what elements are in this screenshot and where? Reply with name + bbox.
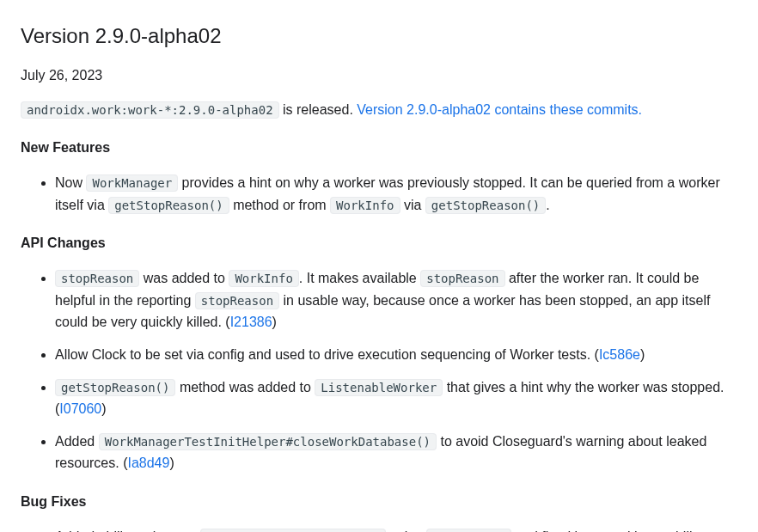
commit-link[interactable]: I07060 [59,401,101,416]
api-changes-list: stopReason was added to WorkInfo. It mak… [21,267,737,474]
list-item: Now WorkManager provides a hint on why a… [55,172,737,216]
text: . It makes available [299,271,420,285]
commit-link[interactable]: I21386 [230,315,272,329]
code-inline: TestDriver [426,529,510,532]
bug-fixes-heading: Bug Fixes [21,492,737,512]
code-inline: WorkInfo [229,270,298,287]
commit-link[interactable]: Ia8d49 [127,456,169,470]
list-item: Allow Clock to be set via config and use… [55,344,737,366]
code-inline: getStopReason() [425,197,546,214]
code-inline: WorkManager [86,174,178,192]
api-changes-heading: API Changes [21,233,737,254]
code-inline: stopReason [420,270,504,287]
text: Allow Clock to be set via config and use… [55,347,599,362]
list-item: getStopReason() method was added to List… [55,376,737,420]
list-item: stopReason was added to WorkInfo. It mak… [55,267,737,333]
text: . [546,198,549,212]
code-inline: getStopReason() [55,379,175,396]
released-text: is released. [279,102,358,117]
new-features-heading: New Features [21,138,737,158]
commits-link[interactable]: Version 2.9.0-alpha02 contains these com… [357,102,642,117]
text: Now [55,175,86,190]
new-features-list: Now WorkManager provides a hint on why a… [21,172,737,216]
version-heading: Version 2.9.0-alpha02 [21,21,737,52]
text: via [400,198,425,212]
code-inline: getStopReason() [108,197,229,214]
code-inline: stopReason [195,292,279,309]
text: method or from [229,198,330,212]
list-item: Added ability to bypass overrideNextSche… [55,526,737,532]
text: method was added to [175,380,315,394]
release-date: July 26, 2023 [21,65,737,86]
intro-line: androidx.work:work-*:2.9.0-alpha02 is re… [21,100,737,120]
artifact-code: androidx.work:work-*:2.9.0-alpha02 [21,101,279,119]
code-inline: WorkInfo [330,197,400,214]
bug-fixes-list: Added ability to bypass overrideNextSche… [21,526,737,532]
text: was added to [139,271,229,285]
commit-link[interactable]: Ic586e [599,347,640,362]
code-inline: WorkManagerTestInitHelper#closeWorkDatab… [99,433,437,450]
text: ) [169,456,174,470]
code-inline: stopReason [55,270,139,287]
text: ) [272,315,277,329]
code-inline: overrideNextScheduleTime [200,529,386,532]
text: ) [101,401,106,416]
list-item: Added WorkManagerTestInitHelper#closeWor… [55,431,737,474]
text: Added [55,434,99,449]
text: ) [640,347,645,362]
code-inline: ListenableWorker [315,379,443,396]
